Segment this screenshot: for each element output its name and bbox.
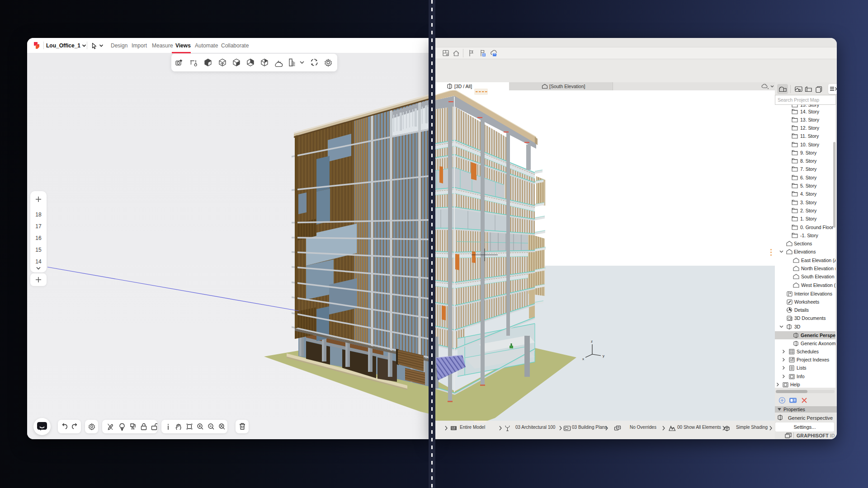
svg-text:y: y xyxy=(603,354,604,358)
svg-text:z: z xyxy=(591,339,593,343)
svg-text:x: x xyxy=(582,357,584,361)
